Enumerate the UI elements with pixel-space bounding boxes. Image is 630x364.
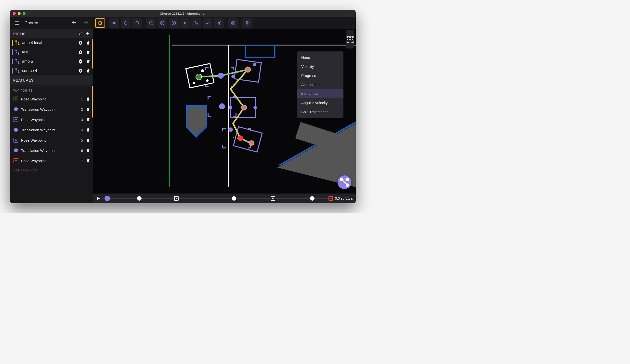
toolbar-cancel-icon[interactable] (158, 18, 167, 28)
svg-point-16 (113, 22, 116, 24)
svg-point-38 (196, 74, 202, 80)
path-name: source 4 (22, 69, 76, 73)
pose-waypoint-icon (14, 138, 18, 143)
path-settings-icon[interactable] (78, 68, 84, 74)
popup-item[interactable]: Acceleration (297, 80, 344, 89)
waypoint-label: Translation Waypoint (21, 107, 76, 111)
timeline-marker[interactable] (328, 196, 333, 201)
waypoint-row[interactable]: Translation Waypoint 6 (10, 145, 93, 156)
waypoint-label: Pose Waypoint (21, 138, 76, 142)
svg-point-39 (201, 69, 204, 72)
waypoint-delete-icon[interactable] (85, 148, 91, 153)
svg-point-7 (18, 44, 20, 45)
path-icon (15, 59, 20, 64)
field-canvas[interactable]: NoneVelocityProgressAccelerationInterval… (93, 29, 356, 193)
waypoint-row[interactable]: Pose Waypoint 1 (10, 94, 93, 104)
svg-point-51 (254, 106, 257, 109)
path-settings-icon[interactable] (78, 49, 84, 55)
path-delete-icon[interactable] (85, 40, 91, 46)
popup-item[interactable]: Split Trajectories (297, 107, 344, 116)
svg-point-50 (229, 106, 232, 109)
path-row[interactable]: source 4 (10, 66, 93, 75)
svg-point-52 (228, 127, 233, 132)
waypoint-index: 7 (79, 159, 83, 163)
popup-item[interactable]: Progress (297, 71, 344, 80)
toolbar-rotate-icon[interactable] (132, 18, 142, 28)
app-name: Choreo (24, 20, 38, 25)
waypoint-delete-icon[interactable] (85, 158, 91, 163)
waypoint-label: Pose Waypoint (21, 159, 76, 163)
app-window: Choreo 2024.2.2 - choreo.chor Choreo PAT… (10, 10, 356, 203)
undo-button[interactable] (70, 19, 78, 27)
waypoint-row[interactable]: Pose Waypoint 7 (10, 156, 93, 166)
toolbar-send-icon[interactable] (214, 18, 224, 28)
timeline-marker[interactable] (174, 196, 178, 201)
waypoint-index: 6 (79, 149, 83, 153)
waypoint-index: 4 (79, 128, 83, 132)
copy-path-icon[interactable] (77, 30, 84, 37)
paths-scrollbar[interactable] (92, 39, 93, 69)
play-button[interactable] (96, 196, 100, 201)
toolbar-pin-icon[interactable] (242, 18, 252, 28)
waypoint-index: 3 (79, 118, 83, 122)
popup-item[interactable]: Velocity (297, 62, 344, 71)
timeline-marker[interactable] (104, 196, 110, 201)
path-row[interactable]: amp 5 (10, 57, 93, 66)
toolbar-block-icon[interactable] (228, 18, 238, 28)
toolbar-compass-icon[interactable] (146, 18, 156, 28)
generate-fab[interactable] (338, 176, 351, 189)
features-panel: WAYPOINTS Pose Waypoint 1 Translation Wa… (10, 85, 93, 203)
main-area: NoneVelocityProgressAccelerationInterval… (93, 17, 356, 203)
waypoint-delete-icon[interactable] (85, 127, 91, 133)
svg-rect-59 (347, 39, 348, 40)
path-row[interactable]: amp 4 local (10, 38, 93, 47)
svg-point-49 (242, 106, 246, 110)
paths-list: amp 4 local test amp 5 source 4 (10, 38, 93, 75)
waypoint-index: 5 (79, 138, 83, 142)
svg-point-8 (16, 50, 17, 51)
timeline-marker[interactable] (271, 196, 275, 201)
path-row[interactable]: test (10, 47, 93, 57)
grid-toggle-icon[interactable] (346, 40, 354, 48)
toolbar-target-icon[interactable] (169, 18, 178, 28)
waypoint-delete-icon[interactable] (85, 117, 91, 122)
toolbar-circle-icon[interactable] (121, 18, 130, 28)
toolbar-forward-icon[interactable] (180, 18, 190, 28)
path-settings-icon[interactable] (78, 40, 84, 46)
timeline-marker[interactable] (310, 196, 314, 201)
timeline-track[interactable] (102, 198, 333, 199)
path-delete-icon[interactable] (85, 49, 91, 55)
waypoint-delete-icon[interactable] (85, 137, 91, 143)
menu-icon[interactable] (13, 19, 22, 27)
toolbar-dot-icon[interactable] (110, 18, 119, 28)
popup-item[interactable]: None (297, 53, 344, 62)
path-delete-icon[interactable] (85, 68, 91, 74)
timeline-marker[interactable] (137, 196, 142, 201)
svg-point-53 (238, 136, 243, 141)
toolbar-pose-select-icon[interactable] (95, 18, 105, 28)
waypoint-delete-icon[interactable] (85, 107, 91, 112)
path-settings-icon[interactable] (78, 58, 84, 64)
features-scrollbar[interactable] (92, 86, 93, 118)
waypoint-row[interactable]: Pose Waypoint 5 (10, 135, 93, 145)
popup-item[interactable]: Angular Velocity (297, 98, 344, 107)
timeline-marker[interactable] (232, 196, 236, 201)
waypoint-row[interactable]: Pose Waypoint 3 (10, 114, 93, 125)
toolbar-trend-icon[interactable] (203, 18, 212, 28)
waypoint-row[interactable]: Translation Waypoint 2 (10, 104, 93, 114)
svg-point-41 (206, 79, 208, 82)
pose-waypoint-icon (14, 97, 18, 101)
svg-point-12 (16, 69, 17, 70)
svg-point-9 (18, 54, 20, 55)
waypoint-delete-icon[interactable] (85, 96, 91, 102)
redo-button[interactable] (82, 19, 90, 27)
svg-rect-31 (245, 45, 275, 57)
constraints-subhead: CONSTRAINTS (10, 166, 93, 174)
svg-point-47 (219, 103, 225, 109)
path-delete-icon[interactable] (85, 58, 91, 64)
add-path-icon[interactable] (84, 30, 91, 37)
toolbar-swap-icon[interactable] (191, 18, 201, 28)
popup-item[interactable]: Interval Δt (297, 89, 344, 98)
path-icon (15, 40, 20, 45)
waypoint-row[interactable]: Translation Waypoint 4 (10, 125, 93, 135)
